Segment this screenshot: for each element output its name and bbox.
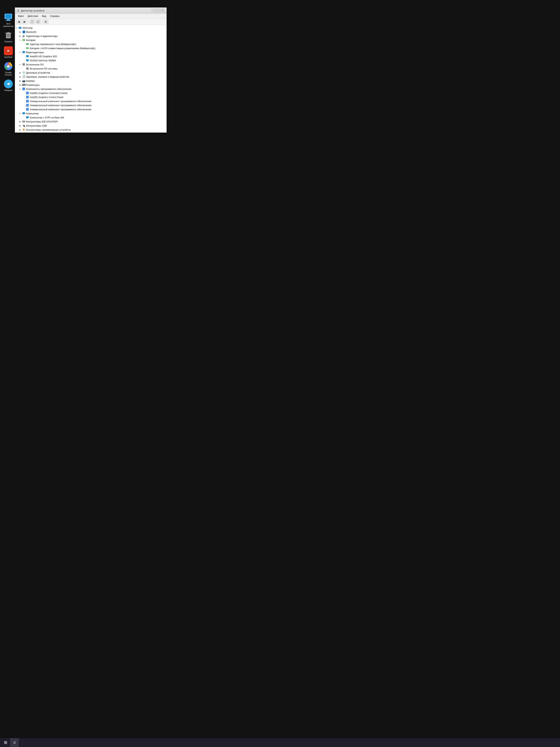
sound-label: Звуковые, игровые и видеоустройства: [26, 75, 69, 78]
telegram-icon-label: Telegram: [4, 89, 12, 92]
battery-label: Батареи: [26, 39, 35, 42]
tree-node-adapter[interactable]: Адаптер переменного тока (Майкрософт): [15, 42, 166, 46]
anydesk-icon: A: [4, 46, 13, 55]
svg-rect-30: [26, 48, 28, 49]
tree-node-bluetooth[interactable]: ▶ 🔵 Bluetooth: [15, 30, 166, 34]
expand-audio: ▶: [20, 35, 22, 37]
update-button[interactable]: ⊞: [35, 19, 41, 24]
computer-button[interactable]: 🖥: [43, 19, 48, 24]
svg-rect-72: [23, 114, 24, 114]
desktop-icon-chrome[interactable]: GoogleChrome: [4, 62, 13, 76]
display-group-icon: [22, 51, 25, 54]
start-icon: ⊞: [4, 740, 7, 745]
expand-disk: ▶: [20, 72, 22, 74]
tree-node-storage[interactable]: ▶ G Контроллеры запоминающих устройств: [15, 128, 166, 132]
intel-gpu-icon: [26, 55, 29, 58]
audio-label: Аудиовходы и аудиовыходы: [26, 35, 58, 37]
tree-node-firmware-sys[interactable]: Встроенное ПО системы: [15, 67, 166, 71]
tree-node-software[interactable]: ▾ Компоненты программного обеспечения: [15, 87, 166, 91]
svg-rect-63: [27, 104, 29, 105]
svg-rect-50: [26, 92, 27, 93]
expand-computer: ▾: [20, 112, 22, 114]
svg-rect-67: [27, 108, 29, 109]
tree-node-intel-gcc[interactable]: Intel(R) Graphics Command Center: [15, 91, 166, 95]
close-button[interactable]: ✕: [161, 9, 165, 12]
acpi-computer-label: Компьютер с ACPI на базе x64: [30, 116, 64, 119]
tree-node-usb[interactable]: ▶ 🔌 Контроллеры USB: [15, 124, 166, 128]
start-button[interactable]: ⊞: [1, 739, 10, 747]
tree-node-display[interactable]: ▾ Видеоадаптеры: [15, 50, 166, 54]
tree-node-keyboard[interactable]: ▶ ⌨ Клавиатуры: [15, 83, 166, 87]
desktop-icon-computer[interactable]: Этоткомпьютер: [3, 13, 14, 27]
svg-text:?: ?: [32, 21, 33, 23]
svg-rect-33: [23, 53, 24, 53]
svg-rect-48: [22, 89, 24, 90]
firmware-label: Встроенное ПО: [26, 63, 44, 66]
tree-node-audio[interactable]: ▶ 🔊 Аудиовходы и аудиовыходы: [15, 34, 166, 38]
taskbar-device-manager[interactable]: 🖥: [10, 739, 19, 747]
bluetooth-icon: 🔵: [22, 30, 25, 33]
tree-node-acpi-computer[interactable]: Компьютер с ACPI на базе x64: [15, 115, 166, 120]
svg-rect-2: [7, 19, 10, 20]
menu-action[interactable]: Действие: [26, 14, 39, 18]
menu-view[interactable]: Вид: [41, 14, 48, 18]
trash-icon-label: Корзина: [4, 41, 12, 43]
svg-rect-57: [27, 97, 29, 98]
menu-file[interactable]: Файл: [17, 14, 25, 18]
svg-rect-21: [19, 27, 21, 28]
keyboard-label: Клавиатуры: [26, 83, 39, 86]
svg-rect-45: [27, 69, 28, 69]
telegram-icon: [4, 79, 13, 88]
maximize-button[interactable]: □: [156, 9, 160, 12]
desktop-icons: Этоткомпьютер Корзина: [0, 11, 17, 93]
properties-button[interactable]: ?: [30, 19, 35, 24]
universal-2-icon: [26, 104, 29, 107]
svg-rect-62: [26, 104, 27, 105]
firmware-group-icon: [22, 63, 25, 66]
tree-node-intel-gcp[interactable]: Intel(R) Graphics Control Panel: [15, 95, 166, 99]
tree-node-camera[interactable]: ▶ 📷 Камеры: [15, 79, 166, 83]
svg-rect-23: [25, 40, 25, 41]
tree-node-nvidia-gpu[interactable]: NVIDIA GeForce 940MX: [15, 58, 166, 62]
svg-rect-60: [26, 101, 27, 102]
tree-node-sound[interactable]: ▶ 🎵 Звуковые, игровые и видеоустройства: [15, 75, 166, 79]
storage-icon: G: [22, 128, 25, 131]
tree-node-universal-2[interactable]: Универсальный компонент программного обе…: [15, 103, 166, 107]
tree-node-battery-acpi[interactable]: Батарея с ACPI-совместимым управлением (…: [15, 46, 166, 50]
tree-node-battery[interactable]: ▾ Батареи: [15, 38, 166, 42]
svg-rect-55: [27, 96, 29, 97]
universal-3-icon: [26, 108, 29, 111]
svg-rect-3: [6, 20, 11, 21]
tree-node-universal-1[interactable]: Универсальный компонент программного обе…: [15, 99, 166, 103]
desktop-icon-telegram[interactable]: Telegram: [4, 79, 13, 92]
back-button[interactable]: ◀: [16, 19, 21, 24]
tree-node-universal-3[interactable]: Универсальный компонент программного обе…: [15, 107, 166, 111]
tree-node-computer[interactable]: ▾ Компьютер: [15, 111, 166, 115]
forward-button[interactable]: ▶: [22, 19, 27, 24]
svg-rect-61: [27, 101, 29, 102]
desktop-icon-trash[interactable]: Корзина: [4, 31, 13, 43]
menu-help[interactable]: Справка: [49, 14, 61, 18]
svg-rect-77: [23, 121, 25, 122]
expand-ide: ▶: [20, 121, 22, 123]
storage-label: Контроллеры запоминающих устройств: [26, 128, 71, 131]
universal-1-label: Универсальный компонент программного обе…: [30, 100, 91, 103]
intel-gcc-label: Intel(R) Graphics Command Center: [30, 92, 68, 95]
tree-node-ide[interactable]: ▶ Контроллеры IDE ATA/ATAPI: [15, 120, 166, 124]
software-label: Компоненты программного обеспечения: [26, 87, 71, 91]
tree-node-firmware[interactable]: ▾ Встроенное ПО: [15, 62, 166, 67]
tree-view[interactable]: ▾ iSSComp ▶ 🔵 Bluetooth ▶ 🔊 Ауди: [15, 25, 166, 132]
desktop-icon-anydesk[interactable]: A AnyDesk: [4, 46, 13, 58]
tree-node-disk[interactable]: ▶ 💿 Дисковые устройства: [15, 71, 166, 75]
expand-sound: ▶: [20, 76, 22, 78]
root-label: iSSComp: [22, 26, 33, 29]
tree-node-root[interactable]: ▾ iSSComp: [15, 26, 166, 30]
svg-rect-54: [26, 96, 27, 97]
tree-node-intel-gpu[interactable]: Intel(R) HD Graphics 620: [15, 54, 166, 58]
universal-3-label: Универсальный компонент программного обе…: [30, 108, 91, 111]
audio-icon: 🔊: [22, 34, 25, 37]
disk-label: Дисковые устройства: [26, 71, 50, 74]
anydesk-icon-label: AnyDesk: [4, 56, 12, 58]
minimize-button[interactable]: ─: [152, 9, 156, 12]
svg-rect-75: [27, 118, 28, 119]
